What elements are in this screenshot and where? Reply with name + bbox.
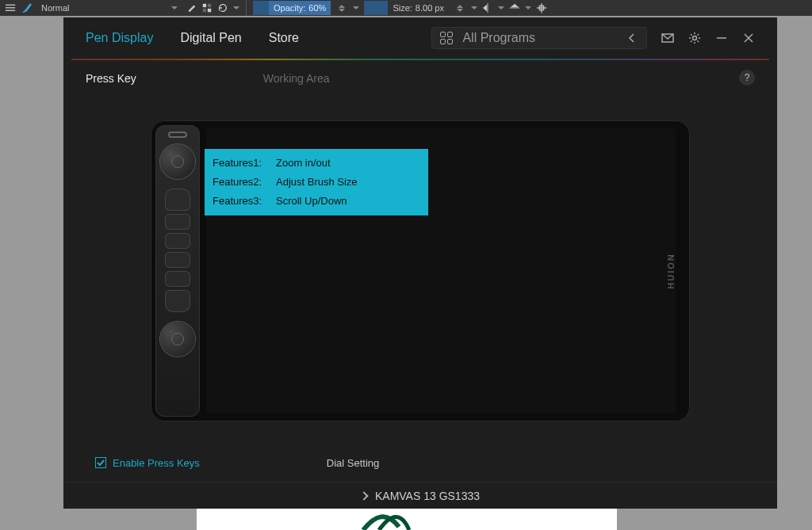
tab-pen-display[interactable]: Pen Display <box>86 31 153 45</box>
dropdown-caret-icon[interactable] <box>525 6 531 10</box>
close-icon[interactable] <box>742 32 755 44</box>
size-value: 8.00 px <box>416 3 444 13</box>
bottom-dial[interactable] <box>160 322 195 357</box>
dial-setting-link[interactable]: Dial Setting <box>327 457 379 469</box>
main-tabs: Pen Display Digital Pen Store <box>86 31 299 45</box>
minimize-icon[interactable] <box>715 32 728 44</box>
svg-rect-1 <box>6 7 15 8</box>
canvas-stroke <box>197 507 617 530</box>
tooltip-f2-label: Features2: <box>213 173 276 192</box>
svg-marker-3 <box>189 6 196 13</box>
mail-icon[interactable] <box>661 32 674 44</box>
subtab-press-key[interactable]: Press Key <box>86 72 136 85</box>
enable-press-keys-checkbox[interactable]: Enable Press Keys <box>95 457 200 469</box>
gear-icon[interactable] <box>688 32 701 44</box>
sub-tabs: Press Key Working Area ? <box>63 60 777 97</box>
window-header: Pen Display Digital Pen Store All Progra… <box>63 17 777 59</box>
reload-icon[interactable] <box>217 2 228 13</box>
blend-mode-dropdown[interactable]: Normal <box>38 2 181 14</box>
dial-features-tooltip: Features1:Zoom in/out Features2:Adjust B… <box>205 149 428 215</box>
crop-icon[interactable] <box>536 2 547 13</box>
tab-digital-pen[interactable]: Digital Pen <box>180 31 241 45</box>
all-programs-label: All Programs <box>462 31 535 45</box>
svg-rect-9 <box>488 3 488 13</box>
tab-store[interactable]: Store <box>269 31 299 45</box>
chevron-right-icon <box>359 491 368 500</box>
press-keys-stack <box>165 189 190 312</box>
size-spinner[interactable] <box>457 5 463 12</box>
menu-icon[interactable] <box>5 2 16 13</box>
mirror-vertical-icon[interactable] <box>509 2 520 13</box>
checkbox-icon <box>95 457 106 468</box>
huion-driver-window: Pen Display Digital Pen Store All Progra… <box>63 17 777 509</box>
dropdown-caret-icon[interactable] <box>233 6 239 10</box>
press-key-2[interactable] <box>165 214 190 230</box>
svg-rect-0 <box>6 5 15 6</box>
press-key-6[interactable] <box>165 290 190 312</box>
svg-marker-10 <box>511 4 519 7</box>
svg-marker-8 <box>483 5 487 12</box>
top-dial[interactable] <box>160 144 195 179</box>
power-indicator-icon <box>168 132 187 138</box>
size-slider-track[interactable] <box>364 1 388 15</box>
tooltip-f3-label: Features3: <box>213 192 276 211</box>
canvas[interactable] <box>197 507 617 530</box>
footer-options: Enable Press Keys Dial Setting <box>63 444 777 482</box>
blend-mode-value: Normal <box>41 3 69 13</box>
opacity-field[interactable]: Opacity: 60% <box>269 1 331 15</box>
separator <box>246 0 247 16</box>
dropdown-caret-icon[interactable] <box>498 6 504 10</box>
dropdown-caret-icon[interactable] <box>353 6 359 10</box>
svg-rect-5 <box>208 4 211 7</box>
size-field[interactable]: Size: 8.00 px <box>388 1 449 15</box>
app-toolbar: Normal Opacity: 60% Size: 8.00 px <box>0 0 812 16</box>
all-programs-dropdown[interactable]: All Programs <box>431 27 647 49</box>
chevron-left-icon <box>626 32 638 44</box>
press-key-1[interactable] <box>165 189 190 211</box>
tooltip-f3-value: Scroll Up/Down <box>276 192 347 211</box>
device-name: KAMVAS 13 GS1333 <box>375 490 480 502</box>
tablet-side-panel <box>155 125 200 417</box>
mirror-horizontal-icon[interactable] <box>482 2 493 13</box>
press-key-5[interactable] <box>165 271 190 287</box>
tooltip-f1-value: Zoom in/out <box>276 154 331 173</box>
svg-rect-6 <box>203 9 206 12</box>
help-button[interactable]: ? <box>739 70 755 86</box>
device-selector-bar[interactable]: KAMVAS 13 GS1333 <box>63 482 777 509</box>
brand-label: HUION <box>665 253 675 288</box>
dropdown-caret-icon <box>171 6 178 10</box>
opacity-label: Opacity: <box>274 3 305 13</box>
opacity-slider-track[interactable] <box>253 1 269 15</box>
header-controls: All Programs <box>431 27 755 49</box>
opacity-value: 60% <box>308 3 326 13</box>
tooltip-f1-label: Features1: <box>213 154 276 173</box>
device-preview-area: HUION Features1:Zoom in/out Features2:Ad… <box>63 97 777 444</box>
opacity-spinner[interactable] <box>339 5 345 12</box>
brush-icon[interactable] <box>21 2 33 14</box>
subtab-working-area[interactable]: Working Area <box>263 72 330 85</box>
svg-rect-2 <box>6 10 15 11</box>
tooltip-f2-value: Adjust Brush Size <box>276 173 358 192</box>
svg-rect-4 <box>203 4 206 7</box>
svg-rect-11 <box>510 8 519 9</box>
dropdown-caret-icon[interactable] <box>471 6 477 10</box>
alpha-lock-icon[interactable] <box>201 2 213 13</box>
size-label: Size: <box>393 3 412 13</box>
tablet-illustration: HUION Features1:Zoom in/out Features2:Ad… <box>151 120 690 421</box>
eraser-icon[interactable] <box>186 2 197 13</box>
press-key-4[interactable] <box>165 252 190 268</box>
svg-rect-7 <box>208 9 211 12</box>
press-key-3[interactable] <box>165 233 190 249</box>
enable-press-keys-label: Enable Press Keys <box>113 457 200 469</box>
svg-point-16 <box>693 36 697 40</box>
apps-grid-icon <box>440 32 453 44</box>
